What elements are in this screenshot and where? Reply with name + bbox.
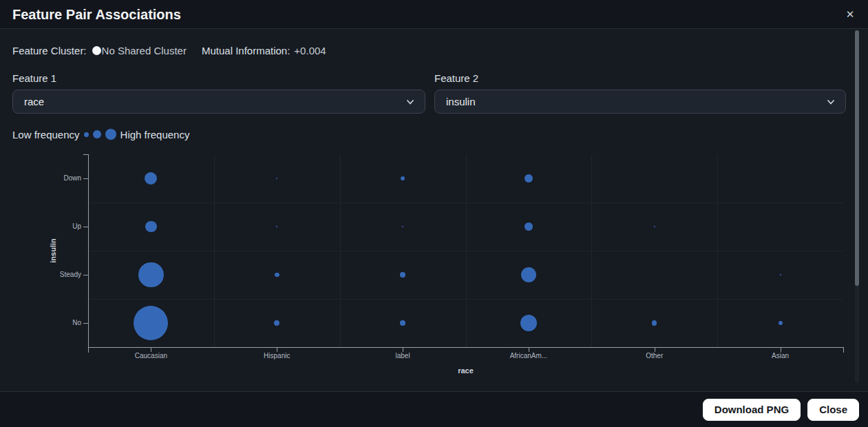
bubble-mark <box>274 320 279 326</box>
bubble-mark <box>780 274 781 275</box>
bubble-mark <box>134 306 168 340</box>
y-axis-title: insulin <box>49 238 57 262</box>
bubble-mark <box>275 273 279 278</box>
close-button[interactable]: Close <box>807 399 859 421</box>
download-png-button[interactable]: Download PNG <box>703 399 801 421</box>
bubble-chart: CaucasianHispaniclabelAfricanAm...OtherA… <box>0 0 868 427</box>
x-tick-label: label <box>361 352 444 360</box>
bubble-mark <box>276 226 277 227</box>
bubble-mark <box>654 226 655 227</box>
x-axis-line <box>88 347 844 348</box>
x-tick-label: Hispanic <box>235 352 318 360</box>
x-tick-label: Asian <box>739 352 822 360</box>
y-axis-line <box>88 154 89 348</box>
bubble-mark <box>521 267 536 282</box>
bubble-mark <box>276 178 277 179</box>
y-tick-label: Up <box>0 222 81 230</box>
x-axis-end-tick <box>88 347 89 353</box>
bubble-mark <box>525 222 532 230</box>
y-tick-label: Down <box>0 174 81 182</box>
bubble-mark <box>400 272 405 277</box>
bubble-mark <box>779 321 783 325</box>
scrollbar-thumb[interactable] <box>855 30 859 286</box>
horizontal-gridline <box>88 251 843 251</box>
y-tick <box>83 178 88 179</box>
bubble-mark <box>652 320 657 325</box>
horizontal-gridline <box>88 299 843 300</box>
y-tick <box>83 227 88 227</box>
x-tick-label: AfricanAm... <box>487 352 570 360</box>
y-axis-end-tick <box>83 154 88 155</box>
modal-footer: Download PNG Close <box>0 391 868 427</box>
bubble-mark <box>145 172 157 185</box>
feature-pair-associations-modal: Feature Pair Associations ✕ Feature Clus… <box>0 0 868 427</box>
bubble-mark <box>401 176 405 180</box>
bubble-mark <box>402 226 403 227</box>
y-tick <box>83 323 88 324</box>
y-tick-label: No <box>0 319 81 326</box>
bubble-mark <box>145 221 157 233</box>
bubble-mark <box>525 174 533 183</box>
y-tick-label: Steady <box>0 271 81 278</box>
bubble-mark <box>400 320 405 325</box>
x-tick-label: Caucasian <box>109 352 192 360</box>
bubble-mark <box>138 262 164 288</box>
x-axis-title: race <box>88 366 843 375</box>
y-tick <box>83 275 88 275</box>
x-tick-label: Other <box>613 352 696 360</box>
horizontal-gridline <box>88 202 843 203</box>
bubble-mark <box>520 315 538 332</box>
x-axis-end-tick <box>843 347 844 353</box>
